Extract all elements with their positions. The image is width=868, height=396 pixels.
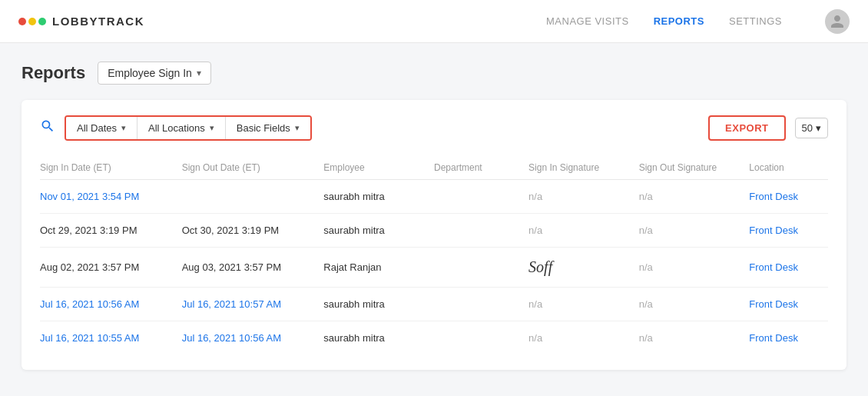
cell-signin-sig: n/a bbox=[528, 180, 639, 214]
data-table: Sign In Date (ET) Sign Out Date (ET) Emp… bbox=[40, 156, 828, 354]
filter-fields-chevron: ▾ bbox=[295, 123, 300, 133]
filter-fields-button[interactable]: Basic Fields ▾ bbox=[226, 117, 310, 139]
cell-signin-sig: n/a bbox=[528, 288, 639, 321]
cell-location: Front Desk bbox=[749, 180, 828, 214]
cell-signout-date bbox=[182, 180, 324, 214]
table-row: Jul 16, 2021 10:56 AMJul 16, 2021 10:57 … bbox=[40, 288, 828, 321]
logo-dot-red bbox=[18, 18, 26, 25]
table-body: Nov 01, 2021 3:54 PMsaurabh mitran/an/aF… bbox=[40, 180, 828, 355]
nav-reports[interactable]: REPORTS bbox=[654, 15, 704, 27]
logo-area: LOBBYTRACK bbox=[18, 15, 546, 28]
page-title: Reports bbox=[22, 63, 85, 83]
report-type-label: Employee Sign In bbox=[108, 67, 192, 79]
cell-department bbox=[434, 180, 528, 214]
col-header-signin-date: Sign In Date (ET) bbox=[40, 156, 182, 180]
cell-signin-sig: n/a bbox=[528, 214, 639, 248]
filter-dates-chevron: ▾ bbox=[121, 123, 126, 133]
cell-employee: saurabh mitra bbox=[323, 180, 434, 214]
cell-location: Front Desk bbox=[749, 321, 828, 355]
search-icon[interactable] bbox=[40, 118, 55, 138]
cell-department bbox=[434, 321, 528, 355]
cell-signout-sig: n/a bbox=[639, 214, 750, 248]
filter-group: All Dates ▾ All Locations ▾ Basic Fields… bbox=[65, 115, 312, 141]
table-row: Oct 29, 2021 3:19 PMOct 30, 2021 3:19 PM… bbox=[40, 214, 828, 248]
cell-department bbox=[434, 288, 528, 321]
cell-department bbox=[434, 248, 528, 288]
cell-signin-date: Aug 02, 2021 3:57 PM bbox=[40, 248, 182, 288]
toolbar-right: EXPORT 50 ▾ bbox=[708, 115, 828, 141]
cell-signin-date: Jul 16, 2021 10:55 AM bbox=[40, 321, 182, 355]
page-header: Reports Employee Sign In ▾ bbox=[22, 62, 846, 85]
cell-signout-sig: n/a bbox=[639, 248, 750, 288]
filter-fields-label: Basic Fields bbox=[237, 122, 290, 134]
cell-signin-sig: Soff bbox=[528, 248, 639, 288]
main-card: All Dates ▾ All Locations ▾ Basic Fields… bbox=[22, 100, 846, 370]
cell-employee: Rajat Ranjan bbox=[323, 248, 434, 288]
cell-employee: saurabh mitra bbox=[323, 288, 434, 321]
report-type-selector[interactable]: Employee Sign In ▾ bbox=[98, 62, 211, 85]
cell-signin-date: Jul 16, 2021 10:56 AM bbox=[40, 288, 182, 321]
col-header-employee: Employee bbox=[323, 156, 434, 180]
cell-signout-date: Jul 16, 2021 10:57 AM bbox=[182, 288, 324, 321]
cell-department bbox=[434, 214, 528, 248]
table-row: Aug 02, 2021 3:57 PMAug 03, 2021 3:57 PM… bbox=[40, 248, 828, 288]
logo-dot-green bbox=[38, 18, 46, 25]
cell-location: Front Desk bbox=[749, 248, 828, 288]
logo-dots bbox=[18, 18, 46, 25]
filter-locations-chevron: ▾ bbox=[210, 123, 214, 133]
cell-signin-sig: n/a bbox=[528, 321, 639, 355]
navbar: LOBBYTRACK MANAGE VISITS REPORTS SETTING… bbox=[0, 0, 868, 43]
filter-locations-label: All Locations bbox=[148, 122, 205, 134]
cell-signin-date: Nov 01, 2021 3:54 PM bbox=[40, 180, 182, 214]
nav-manage-visits[interactable]: MANAGE VISITS bbox=[546, 15, 629, 27]
filter-dates-button[interactable]: All Dates ▾ bbox=[66, 117, 137, 139]
col-header-signin-sig: Sign In Signature bbox=[528, 156, 639, 180]
logo-text: LOBBYTRACK bbox=[52, 15, 144, 28]
cell-signout-sig: n/a bbox=[639, 180, 750, 214]
table-row: Nov 01, 2021 3:54 PMsaurabh mitran/an/aF… bbox=[40, 180, 828, 214]
logo-dot-yellow bbox=[28, 18, 36, 25]
cell-signout-date: Aug 03, 2021 3:57 PM bbox=[182, 248, 324, 288]
per-page-chevron: ▾ bbox=[816, 122, 821, 134]
table-row: Jul 16, 2021 10:55 AMJul 16, 2021 10:56 … bbox=[40, 321, 828, 355]
cell-signin-date: Oct 29, 2021 3:19 PM bbox=[40, 214, 182, 248]
col-header-signout-sig: Sign Out Signature bbox=[639, 156, 750, 180]
per-page-value: 50 bbox=[802, 122, 813, 134]
cell-signout-date: Jul 16, 2021 10:56 AM bbox=[182, 321, 324, 355]
avatar[interactable] bbox=[825, 9, 850, 34]
cell-signout-sig: n/a bbox=[639, 288, 750, 321]
table-header-row: Sign In Date (ET) Sign Out Date (ET) Emp… bbox=[40, 156, 828, 180]
table-header: Sign In Date (ET) Sign Out Date (ET) Emp… bbox=[40, 156, 828, 180]
toolbar: All Dates ▾ All Locations ▾ Basic Fields… bbox=[40, 115, 828, 141]
cell-signout-sig: n/a bbox=[639, 321, 750, 355]
report-type-chevron: ▾ bbox=[197, 68, 201, 78]
cell-location: Front Desk bbox=[749, 288, 828, 321]
col-header-location: Location bbox=[749, 156, 828, 180]
cell-signout-date: Oct 30, 2021 3:19 PM bbox=[182, 214, 324, 248]
toolbar-left: All Dates ▾ All Locations ▾ Basic Fields… bbox=[40, 115, 312, 141]
per-page-select[interactable]: 50 ▾ bbox=[795, 118, 828, 138]
nav-settings[interactable]: SETTINGS bbox=[729, 15, 782, 27]
cell-location: Front Desk bbox=[749, 214, 828, 248]
col-header-department: Department bbox=[434, 156, 528, 180]
page-content: Reports Employee Sign In ▾ All Dates ▾ A… bbox=[0, 43, 868, 388]
cell-employee: saurabh mitra bbox=[323, 321, 434, 355]
filter-dates-label: All Dates bbox=[77, 122, 117, 134]
export-button[interactable]: EXPORT bbox=[708, 115, 785, 141]
col-header-signout-date: Sign Out Date (ET) bbox=[182, 156, 324, 180]
cell-employee: saurabh mitra bbox=[323, 214, 434, 248]
filter-locations-button[interactable]: All Locations ▾ bbox=[137, 117, 226, 139]
nav-links: MANAGE VISITS REPORTS SETTINGS bbox=[546, 9, 850, 34]
